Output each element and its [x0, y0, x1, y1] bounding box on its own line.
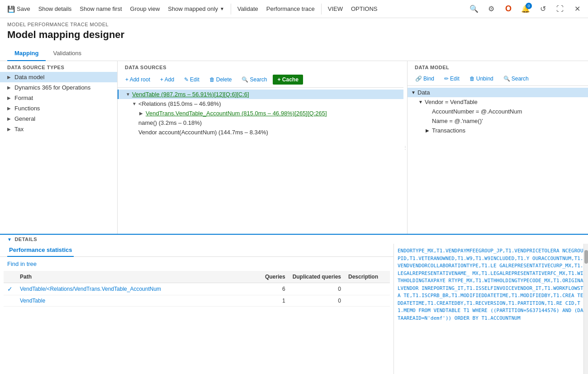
cache-button[interactable]: + Cache — [273, 75, 303, 85]
desc-cell-1 — [345, 283, 390, 295]
show-details-button[interactable]: Show details — [35, 4, 76, 14]
sql-text: ENDORTYPE_MX,T1.VENDPAYMFEEGROUP_JP,T1.V… — [394, 244, 588, 374]
validate-button[interactable]: Validate — [234, 4, 262, 14]
bind-icon: 🔗 — [415, 76, 422, 82]
node-text: VendTrans.VendTable_AccountNum (815.0ms … — [146, 110, 400, 117]
add-root-button[interactable]: + Add root — [121, 75, 154, 85]
delete-icon: 🗑 — [209, 76, 215, 83]
data-model-tree: ▼ Data ▼ Vendor = VendTable AccountNumbe… — [408, 86, 588, 234]
dm-node-transactions[interactable]: ▶ Transactions — [408, 126, 588, 135]
tree-item-dynamics365[interactable]: ▶ Dynamics 365 for Operations — [0, 82, 117, 93]
ds-node-vendtrans[interactable]: ▶ VendTrans.VendTable_AccountNum (815.0m… — [118, 109, 403, 118]
details-left: Performance statistics Find in tree Path… — [0, 244, 394, 374]
tree-item-label: Functions — [14, 105, 110, 112]
search-icon: 🔍 — [242, 76, 248, 83]
notification-button[interactable]: 🔔 0 — [518, 2, 533, 16]
chevron-down-icon: ▼ — [411, 90, 417, 95]
dm-search-button[interactable]: 🔍 Search — [499, 74, 533, 84]
col-header-queries: Queries — [257, 271, 289, 283]
tree-item-tax[interactable]: ▶ Tax — [0, 124, 117, 134]
view-button[interactable]: VIEW — [324, 4, 346, 14]
toolbar-separator-2 — [321, 4, 322, 14]
tree-item-label: Format — [14, 95, 110, 101]
dm-node-label: Vendor = VendTable — [425, 99, 478, 105]
dup-queries-cell-2: 0 — [289, 295, 345, 307]
tree-item-label: Dynamics 365 for Operations — [14, 84, 110, 91]
close-button[interactable]: ✕ — [570, 2, 584, 16]
table-wrapper: Path Queries Duplicated queries Descript… — [0, 271, 394, 374]
group-view-button[interactable]: Group view — [127, 4, 164, 14]
main-tabs: Mapping Validations — [0, 46, 588, 61]
performance-table: Path Queries Duplicated queries Descript… — [4, 271, 390, 307]
tab-mapping[interactable]: Mapping — [7, 46, 46, 61]
tab-validations[interactable]: Validations — [46, 46, 89, 61]
right-panel: DATA MODEL 🔗 Bind ✏ Edit 🗑 Unbind — [407, 61, 588, 234]
data-model-toolbar: 🔗 Bind ✏ Edit 🗑 Unbind 🔍 Search — [408, 72, 588, 86]
performance-trace-button[interactable]: Performance trace — [263, 4, 318, 14]
search-button-ds[interactable]: 🔍 Search — [237, 75, 271, 85]
details-content: Performance statistics Find in tree Path… — [0, 244, 588, 374]
add-button[interactable]: + Add — [156, 75, 178, 85]
edit-icon: ✎ — [184, 76, 189, 83]
ds-node-vendtable[interactable]: ▼ VendTable (987.2ms – 56.91%)[12][Q:6][… — [118, 90, 403, 99]
search-button[interactable]: 🔍 — [467, 2, 481, 16]
dm-node-name[interactable]: Name = @.'name()' — [408, 116, 588, 126]
col-header-check — [4, 271, 16, 283]
data-sources-label: DATA SOURCES — [118, 61, 403, 72]
node-text: VendTable (987.2ms – 56.91%)[12][Q:6][C:… — [132, 91, 400, 98]
dm-node-label: Name = @.'name()' — [432, 118, 483, 124]
tree-item-general[interactable]: ▶ General — [0, 114, 117, 124]
table-row: VendTable 1 0 — [4, 295, 390, 307]
delete-button[interactable]: 🗑 Delete — [205, 75, 236, 85]
dm-node-data[interactable]: ▼ Data — [408, 88, 588, 97]
desc-cell-2 — [345, 295, 390, 307]
show-mapped-button[interactable]: Show mapped only ▼ — [164, 4, 228, 14]
tree-item-data-model[interactable]: ▶ Data model — [0, 72, 117, 82]
dm-node-account-number[interactable]: AccountNumber = @.AccountNum — [408, 107, 588, 116]
tab-performance-stats[interactable]: Performance statistics — [7, 244, 74, 257]
chevron-right-icon: ▶ — [7, 85, 14, 90]
check-cell-2 — [4, 295, 16, 307]
toolbar-separator — [231, 4, 231, 14]
node-text: Vendor account(AccountNum) (144.7ms – 8.… — [138, 129, 400, 136]
show-name-button[interactable]: Show name first — [76, 4, 125, 14]
page-header: MODEL PERFORMANCE TRACE MODEL Model mapp… — [0, 18, 588, 46]
col-header-description: Description — [345, 271, 390, 283]
toolbar-right: 🔍 ⚙ O 🔔 0 ↺ ⛶ ✕ — [467, 2, 584, 16]
page-title: Model mapping designer — [7, 29, 581, 41]
node-text: <Relations (815.0ms – 46.98%) — [138, 100, 400, 107]
edit-button[interactable]: ✎ Edit — [180, 75, 204, 85]
bind-button[interactable]: 🔗 Bind — [411, 74, 438, 84]
dm-node-vendor[interactable]: ▼ Vendor = VendTable — [408, 97, 588, 107]
settings-icon-button[interactable]: ⚙ — [484, 2, 498, 16]
path-cell-2[interactable]: VendTable — [16, 295, 257, 307]
office-button[interactable]: O — [501, 2, 516, 16]
find-in-tree-link[interactable]: Find in tree — [0, 257, 394, 271]
save-icon: 💾 — [7, 5, 15, 13]
ds-node-relations[interactable]: ▼ <Relations (815.0ms – 46.98%) — [118, 99, 403, 109]
chevron-right-icon: ▶ — [7, 75, 14, 80]
details-header: ▼ DETAILS — [0, 235, 588, 244]
details-tabs: Performance statistics — [0, 244, 394, 257]
search-icon: 🔍 — [503, 76, 510, 82]
vertical-scrollbar[interactable] — [583, 244, 588, 374]
unbind-icon: 🗑 — [469, 76, 475, 82]
ds-node-vendor-account[interactable]: Vendor account(AccountNum) (144.7ms – 8.… — [118, 128, 403, 137]
unbind-button[interactable]: 🗑 Unbind — [465, 74, 498, 84]
tree-item-format[interactable]: ▶ Format — [0, 93, 117, 103]
check-icon: ✓ — [7, 285, 13, 293]
tree-item-functions[interactable]: ▶ Functions — [0, 103, 117, 114]
path-cell-1[interactable]: VendTable/<Relations/VendTrans.VendTable… — [16, 283, 257, 295]
breadcrumb: MODEL PERFORMANCE TRACE MODEL — [7, 22, 581, 27]
dm-edit-button[interactable]: ✏ Edit — [440, 74, 464, 84]
left-panel: DATA SOURCE TYPES ▶ Data model ▶ Dynamic… — [0, 61, 118, 234]
drag-handle[interactable]: ⋮ — [403, 61, 407, 234]
refresh-button[interactable]: ↺ — [536, 2, 550, 16]
fullscreen-button[interactable]: ⛶ — [553, 2, 567, 16]
options-button[interactable]: OPTIONS — [347, 4, 381, 14]
dm-node-label: Transactions — [432, 127, 465, 134]
save-button[interactable]: 💾 Save — [4, 4, 34, 14]
ds-node-name[interactable]: name() (3.2ms – 0.18%) — [118, 118, 403, 128]
data-model-label: DATA MODEL — [408, 61, 588, 72]
chevron-right-icon: ▶ — [139, 111, 146, 116]
